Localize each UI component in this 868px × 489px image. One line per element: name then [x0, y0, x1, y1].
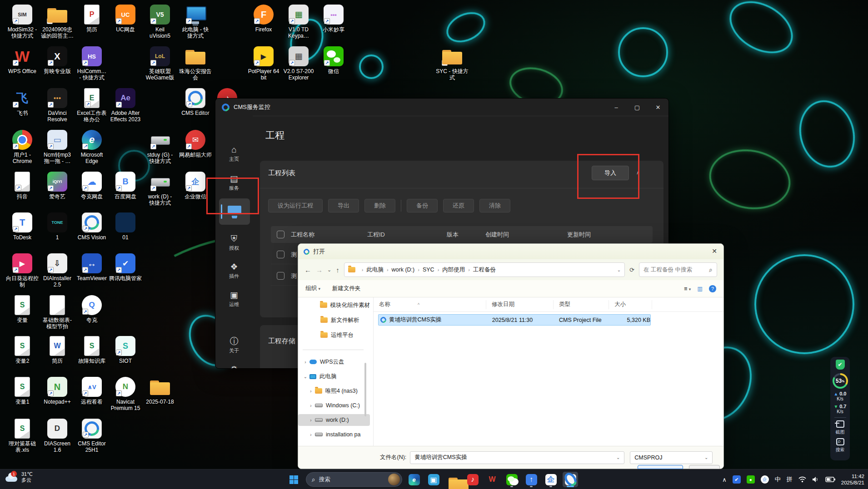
preview-pane-icon[interactable]: ▥ [697, 285, 703, 292]
desktop-icon-folder-2025-07-18[interactable]: 2025-07-18 [141, 377, 179, 405]
maximize-button[interactable]: ▢ [627, 99, 648, 116]
toolbar-button-3[interactable]: 删除 [364, 199, 395, 212]
taskbar-app-file-explorer[interactable] [445, 472, 461, 487]
desktop-icon-todesk[interactable]: T↗ToDesk [3, 212, 41, 241]
battery-icon[interactable] [825, 477, 835, 482]
desktop-icon-syc-shortcut[interactable]: ↗SYC - 快捷方 式 [433, 46, 471, 81]
expand-chevron-icon[interactable]: ⌄ [303, 374, 308, 379]
sidebar-item-ops[interactable]: ▣运维 [215, 290, 253, 308]
desktop-icon-hslcomm[interactable]: HS↗HslComm… - 快捷方式 [73, 46, 111, 81]
wifi-icon[interactable] [798, 476, 806, 483]
desktop-icon-fault-kb[interactable]: S故障知识库 [73, 336, 111, 364]
memory-gauge[interactable]: 53% [833, 373, 848, 389]
new-folder-button[interactable]: 新建文件夹 [332, 285, 361, 292]
weather-widget[interactable]: 1 31℃ 多云 [5, 471, 33, 483]
desktop-icon-user1-chrome[interactable]: ↗用户1 - Chrome [3, 130, 41, 164]
desktop-icon-excel-sheet[interactable]: E↗Excel工作表 格办公 [73, 88, 111, 123]
file-row[interactable]: 黄埔培训营CMS实操 2025/8/21 11:30 CMS Project F… [378, 314, 651, 326]
wechat-tray-icon[interactable]: ● [747, 475, 755, 484]
toolbar-button-5[interactable]: 还原 [443, 199, 474, 212]
taskbar-search[interactable]: ⌕ 搜索 [306, 472, 402, 487]
desktop-icon-quark[interactable]: Q↗夸克 [73, 295, 111, 323]
breadcrumb-dropdown-icon[interactable]: ⌄ [617, 267, 621, 272]
screenshot-icon[interactable] [836, 420, 844, 428]
tree-scrollbar[interactable] [364, 363, 366, 416]
tree-item-installation[interactable]: ›installation pa [298, 429, 370, 440]
tree-item-this-pc[interactable]: ⌄此电脑 [298, 370, 370, 382]
desktop-icon-baidu-drive[interactable]: B↗百度网盘 [106, 172, 145, 200]
pc-manager-widget[interactable]: ✔ 53% ▲ 0.0K/s ▼ 0.7K/s 截图 搜索 [830, 357, 850, 460]
desktop-icon-modsim32[interactable]: SIM↗ModSim32 - 快捷方式 [3, 5, 41, 39]
file-column-header[interactable]: 修改日期 [486, 300, 554, 309]
taskbar-app-cms-monitor[interactable] [563, 472, 578, 487]
ime-mode[interactable]: 中 [775, 475, 781, 484]
desktop-icon-jianying[interactable]: X↗剪映专业版 [38, 46, 76, 74]
desktop-icon-this-pc[interactable]: ↗此电脑 - 快 捷方式 [176, 5, 215, 39]
desktop-icon-potplayer[interactable]: ▶↗PotPlayer 64 bit [244, 46, 283, 81]
sidebar-item-settings[interactable]: ⚙设置 [215, 365, 253, 369]
chevron-down-icon[interactable]: ⌄ [616, 455, 620, 460]
desktop-icon-notepadpp[interactable]: N↗Notepad++ [38, 377, 76, 405]
filename-input[interactable]: 黄埔培训营CMS实操 ⌄ [410, 451, 624, 464]
tree-item-folder-modular[interactable]: 模块化组件素材 [298, 299, 370, 311]
taskbar-app-netease-music[interactable]: ♪ [465, 472, 480, 487]
toolbar-button-2[interactable]: 导出 [328, 199, 359, 212]
dialog-open-button[interactable] [638, 465, 683, 469]
desktop-icon-remote-kankan[interactable]: ∧V↗远程看看 [73, 377, 111, 405]
tree-item-folder-newfile[interactable]: 新文件解析 [298, 314, 370, 326]
file-column-header[interactable]: 名称^ [374, 300, 486, 309]
expand-chevron-icon[interactable]: › [308, 418, 314, 423]
desktop-icon-tone-1[interactable]: TONE1 [38, 212, 76, 241]
desktop-icon-quark-drive[interactable]: ☁↗夸克网盘 [73, 172, 111, 200]
sidebar-item-home[interactable]: ⌂主页 [215, 145, 253, 163]
speaker-icon[interactable] [812, 476, 819, 483]
help-icon[interactable]: ? [709, 285, 716, 292]
breadcrumb-item[interactable]: 内部使用 [442, 266, 465, 274]
desktop-icon-sunflower-remote[interactable]: ▶↗向日葵远程控 制 [3, 253, 41, 288]
desktop-icon-var-doc[interactable]: S变量 [3, 295, 41, 323]
column-header[interactable]: 工程名称 [291, 231, 367, 239]
widget-search-icon[interactable] [836, 438, 844, 445]
minimize-button[interactable]: – [606, 99, 627, 116]
desktop-icon-navicat[interactable]: N↗Navicat Premium 15 [106, 377, 145, 411]
dialog-titlebar[interactable]: 打开 ✕ [298, 244, 723, 259]
history-dropdown-icon[interactable]: ⌄ [327, 267, 331, 273]
desktop-icon-stduy-g-drive[interactable]: ↗stduy (G) - 快捷方式 [141, 130, 179, 164]
close-icon[interactable]: ✕ [712, 247, 717, 255]
toolbar-button-1[interactable]: 设为运行工程 [268, 199, 323, 212]
column-header[interactable]: 版本 [447, 231, 485, 239]
taskbar-clock[interactable]: 11:42 2025/8/21 [841, 473, 864, 486]
breadcrumb[interactable]: ›此电脑›work (D:)›SYC›内部使用›工程备份⌄ [344, 262, 625, 277]
toolbar-button-6[interactable]: 清除 [479, 199, 510, 212]
cms-titlebar[interactable]: CMS服务监控 – ▢ ✕ [215, 99, 668, 116]
desktop-icon-keil-uvision5[interactable]: V5↗Keil uVision5 [141, 5, 179, 39]
close-button[interactable]: ✕ [648, 99, 668, 116]
breadcrumb-item[interactable]: SYC [423, 267, 434, 273]
desktop-icon-resume-docx[interactable]: W简历 [38, 336, 76, 364]
sidebar-item-about[interactable]: ⓘ关于 [215, 336, 253, 354]
toolbar-button-4[interactable]: 备份 [407, 199, 438, 212]
tree-item-nas3[interactable]: ›唯熙4 (nas3) [298, 385, 370, 397]
breadcrumb-item[interactable]: work (D:) [392, 267, 415, 273]
desktop-icon-iqiyi[interactable]: iQIYI↗爱奇艺 [38, 172, 76, 200]
desktop-icon-var2-doc[interactable]: S变量2 [3, 336, 41, 364]
tree-item-folder-ops[interactable]: 运维平台 [298, 329, 370, 341]
tree-item-wps-cloud[interactable]: ›WPS云盘 [298, 356, 370, 368]
organize-button[interactable]: 组织 ▾ [305, 285, 320, 292]
desktop-icon-davinci-resolve[interactable]: ●●●↗DaVinci Resolve [38, 88, 76, 123]
desktop-icon-var1-doc[interactable]: S变量1 [3, 377, 41, 405]
dialog-cancel-button[interactable] [689, 465, 720, 469]
column-header[interactable]: 更新时间 [567, 231, 640, 239]
desktop-icon-douyin-doc[interactable]: ↗抖音 [3, 172, 41, 200]
desktop-icon-cms-vision[interactable]: ↗CMS Vision [73, 212, 111, 241]
tray-chevron-up-icon[interactable]: ∧ [722, 476, 727, 483]
desktop-icon-diascreen[interactable]: DDIAScreen 1.6 [38, 419, 76, 453]
desktop-icon-base-data-table[interactable]: 基础数据表- 模型节拍 [38, 295, 76, 330]
desktop-icon-cms-editor-25h1[interactable]: ↗CMS Editor 25H1 [73, 419, 111, 453]
desktop-icon-diainstaller[interactable]: ⇩↗DIAInstaller 2.5 [38, 253, 76, 288]
tree-item-windows-c[interactable]: ›Windows (C:) [298, 400, 370, 411]
expand-chevron-icon[interactable]: › [303, 360, 308, 365]
desktop-icon-microsoft-edge[interactable]: e↗Microsoft Edge [73, 130, 111, 164]
desktop-icon-tencent-pc-manager[interactable]: ✔↗腾讯电脑管家 [106, 253, 145, 282]
wxwork-tray-icon[interactable]: 企 [761, 475, 769, 484]
